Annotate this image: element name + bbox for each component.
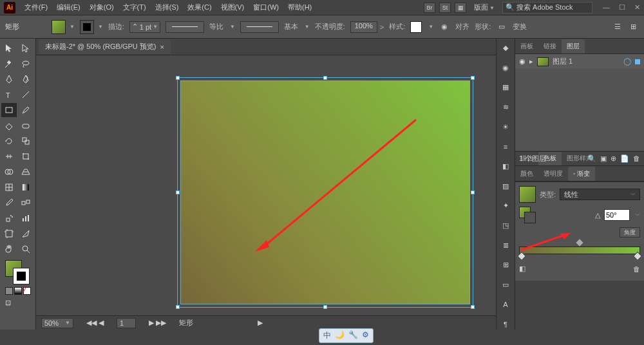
symbol-sprayer-tool[interactable] — [1, 211, 17, 225]
dock-para-icon[interactable]: ¶ — [500, 319, 511, 330]
bridge-button[interactable]: Br — [424, 3, 435, 13]
fill-swatch-control[interactable]: ▼ — [52, 20, 75, 34]
zoom-tool[interactable] — [18, 242, 33, 256]
rotate-tool[interactable] — [1, 134, 17, 148]
stroke-profile[interactable] — [166, 21, 204, 33]
selection-handle[interactable] — [471, 191, 475, 194]
stop-color-icon[interactable]: ◧ — [519, 265, 526, 273]
artboard-nav-prev[interactable]: ◀◀ ◀ — [86, 319, 104, 327]
dock-char-icon[interactable]: A — [500, 299, 511, 310]
type-tool[interactable]: T — [1, 88, 17, 102]
stroke-width-input[interactable]: ⌃ 1 pt▼ — [129, 21, 160, 33]
direct-selection-tool[interactable] — [18, 41, 33, 55]
pen-tool[interactable] — [1, 72, 17, 86]
tab-links[interactable]: 链接 — [538, 39, 562, 53]
gradient-fill-stroke[interactable] — [519, 207, 536, 223]
rectangle-tool[interactable] — [1, 103, 17, 117]
dock-artboards-icon[interactable]: ▭ — [500, 279, 511, 290]
dock-brushes-icon[interactable]: ≋ — [500, 102, 511, 113]
ime-lang-icon[interactable]: 中 — [323, 330, 331, 341]
menu-edit[interactable]: 编辑(E) — [53, 1, 84, 14]
shaper-tool[interactable] — [1, 118, 17, 133]
gradient-slider[interactable] — [519, 244, 640, 258]
tab-layers[interactable]: 图层 — [562, 39, 585, 53]
ime-moon-icon[interactable]: 🌙 — [335, 330, 345, 341]
stock-button[interactable]: St — [439, 3, 451, 13]
lasso-tool[interactable] — [18, 57, 33, 71]
artboard-nav-next[interactable]: ▶ ▶▶ — [149, 319, 166, 327]
artboard-index[interactable]: 1 — [117, 318, 136, 328]
menu-type[interactable]: 文字(T) — [119, 1, 150, 14]
dock-color-icon[interactable]: ◆ — [500, 42, 511, 53]
eyedropper-tool[interactable] — [1, 196, 17, 210]
width-tool[interactable] — [1, 149, 17, 163]
delete-stop-icon[interactable]: 🗑 — [633, 265, 640, 273]
mesh-tool[interactable] — [1, 180, 17, 194]
dock-transparency-icon[interactable]: ▨ — [500, 181, 511, 192]
dock-swatches-icon[interactable]: ▦ — [500, 82, 511, 93]
gradient-mode[interactable] — [14, 287, 22, 295]
canvas[interactable] — [36, 55, 496, 315]
opacity-input[interactable]: 100% — [350, 21, 377, 33]
selection-handle[interactable] — [323, 305, 327, 309]
gradient-preview[interactable] — [519, 186, 536, 203]
selection-handle[interactable] — [471, 305, 475, 309]
ctrlbar-icon-2[interactable]: ⊞ — [627, 21, 639, 33]
shape-icon[interactable]: ▭ — [496, 21, 507, 33]
blend-tool[interactable] — [18, 196, 33, 210]
visibility-toggle[interactable]: ◉ — [519, 57, 526, 66]
graphic-style-swatch[interactable] — [410, 21, 422, 33]
layer-name[interactable]: 图层 1 — [553, 57, 573, 66]
menu-view[interactable]: 视图(V) — [217, 1, 249, 14]
new-sublayer-icon[interactable]: ⊕ — [611, 154, 616, 163]
line-tool[interactable] — [18, 88, 33, 102]
gradient-tool[interactable] — [18, 180, 33, 194]
window-maximize[interactable]: ☐ — [619, 3, 625, 12]
window-close[interactable]: ✕ — [634, 3, 640, 12]
gradient-angle-input[interactable] — [604, 209, 630, 221]
selection-handle[interactable] — [176, 305, 180, 309]
layer-target-icon[interactable]: ◯ — [623, 57, 631, 66]
dock-symbols-icon[interactable]: ☀ — [500, 122, 511, 133]
ime-tool-icon[interactable]: 🔧 — [348, 330, 358, 341]
curvature-tool[interactable] — [18, 72, 33, 86]
dock-gradient-icon[interactable]: ◧ — [500, 161, 511, 172]
tab-transparency[interactable]: 透明度 — [538, 167, 568, 181]
tab-artboards[interactable]: 画板 — [515, 39, 538, 53]
dock-graphicstyles-icon[interactable]: ◳ — [500, 220, 511, 231]
stock-search[interactable]: 🔍 搜索 Adobe Stock — [502, 2, 592, 14]
zoom-level[interactable]: 50%▼ — [41, 318, 73, 328]
selection-handle[interactable] — [176, 191, 180, 194]
menu-file[interactable]: 文件(F) — [21, 1, 52, 14]
new-layer-icon[interactable]: 📄 — [620, 154, 629, 163]
gradient-midpoint[interactable] — [576, 239, 583, 246]
artboard-tool[interactable] — [1, 227, 17, 241]
none-mode[interactable]: ⁄ — [23, 287, 31, 295]
selection-handle[interactable] — [471, 76, 475, 80]
stroke-swatch-control[interactable]: ▼ — [80, 20, 103, 34]
eraser-tool[interactable] — [18, 118, 33, 133]
shape-label[interactable]: 形状: — [475, 22, 491, 32]
document-tab[interactable]: 未标题-2* @ 50% (RGB/GPU 预览) × — [39, 39, 171, 54]
arrange-docs-button[interactable]: ▦ — [455, 3, 466, 13]
transform-label[interactable]: 变换 — [513, 22, 527, 32]
tab-color[interactable]: 颜色 — [515, 167, 538, 181]
gradient-ramp[interactable] — [519, 247, 640, 254]
magic-wand-tool[interactable] — [1, 57, 17, 71]
gradient-type-select[interactable]: 线性﹀ — [560, 189, 640, 200]
menu-effect[interactable]: 效果(C) — [184, 1, 215, 14]
workspace-switcher[interactable]: 版面▼ — [470, 1, 498, 14]
perspective-grid-tool[interactable] — [18, 165, 33, 179]
dock-assets-icon[interactable]: ⊞ — [500, 259, 511, 270]
free-transform-tool[interactable] — [18, 149, 33, 163]
shape-builder-tool[interactable] — [1, 165, 17, 179]
dock-appearance-icon[interactable]: ✦ — [500, 200, 511, 211]
fill-swatch[interactable] — [52, 20, 66, 34]
ime-toolbar[interactable]: 中 🌙 🔧 ⚙ — [319, 328, 374, 343]
stroke-color[interactable] — [13, 268, 30, 284]
scale-tool[interactable] — [18, 134, 33, 148]
dock-colorguide-icon[interactable]: ◉ — [500, 62, 511, 73]
locate-object-icon[interactable]: 🔍 — [587, 154, 596, 163]
make-clipping-icon[interactable]: ▣ — [600, 154, 607, 163]
selection-handle[interactable] — [176, 76, 180, 80]
